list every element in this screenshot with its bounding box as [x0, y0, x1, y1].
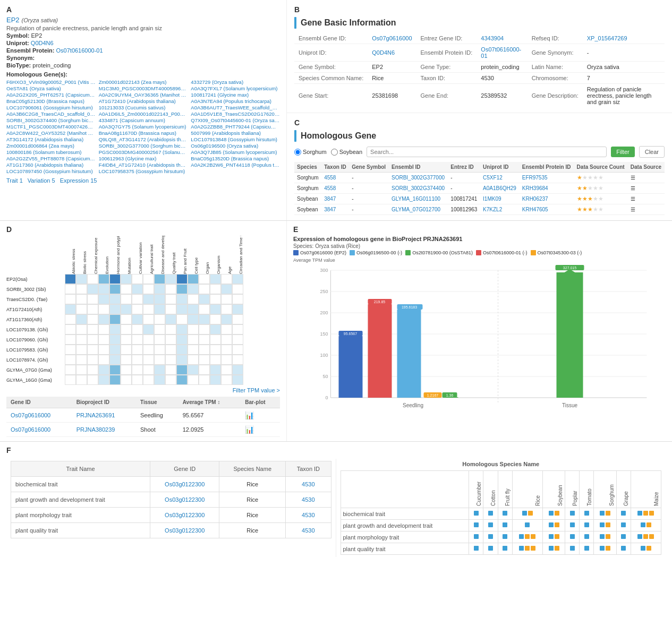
homolog-item-38[interactable]: BnaC05g13520D (Brassica napus): [191, 156, 280, 161]
matrix-cell: [483, 520, 498, 531]
homolog-item-42[interactable]: LOC107897450 (Gossypium hirsutum): [6, 168, 96, 174]
tag-variation[interactable]: Variation 5: [28, 177, 55, 184]
homolog-item-11[interactable]: A0A3N7EA94 (Populus trichocarpa): [191, 98, 280, 104]
homolog-item-15[interactable]: A0A3B6C2G8_TraesCAD_scaffold_038816_0100…: [6, 111, 96, 117]
homolog-item-31[interactable]: SORBI_3002G377000 (Sorghum bicolor): [99, 143, 188, 149]
taxon-link[interactable]: 3847: [324, 207, 336, 212]
homolog-item-0[interactable]: F6HXO3_VVin09g00052_P001 (Vitis vinifera…: [6, 79, 96, 85]
bioproject-link[interactable]: PRJNA380239: [76, 426, 115, 433]
homolog-item-8[interactable]: 100817241 (Glycine max): [191, 92, 280, 98]
homolog-item-36[interactable]: A0A2G2ZV55_PHT88078 (Capsicum annuum): [6, 156, 96, 161]
gene-organism: (Oryza sativa): [22, 17, 58, 23]
homolog-item-30[interactable]: Zm00001d006864 (Zea mays): [6, 143, 96, 149]
homolog-item-26[interactable]: 5007999 (Arabidopsis thaliana): [191, 130, 280, 136]
homolog-item-24[interactable]: A0A2C8W422_OAY53252 (Manihot esculenta): [6, 130, 96, 136]
taxon-link[interactable]: 4558: [324, 175, 336, 181]
trait-gene-link[interactable]: Os03g0122300: [165, 527, 205, 534]
trait-taxon-link[interactable]: 4530: [302, 512, 314, 518]
exp-gene-link[interactable]: Os07g0616000: [11, 426, 50, 433]
homolog-item-1[interactable]: Zm00001d022143 (Zea mays): [99, 79, 188, 85]
homolog-item-39[interactable]: AT1G17360 (Arabidopsis thaliana): [6, 162, 96, 168]
heatmap-cell: [165, 274, 176, 284]
bioproject-link[interactable]: PRJNA263691: [76, 412, 115, 418]
species-col-grape: Grape: [616, 471, 631, 508]
uniprot-link[interactable]: Q0D4N6: [31, 40, 54, 46]
homolog-item-13[interactable]: 101213033 (Cucumis sativus): [99, 105, 188, 110]
ensembl-protein-link-row[interactable]: KRH06237: [522, 196, 548, 202]
exp-barplot[interactable]: 📊: [241, 423, 280, 437]
trait-gene-link[interactable]: Os03g0122300: [165, 496, 205, 503]
homolog-item-14[interactable]: A0A3B6AUT7_TraesWEE_scaffold_108679_0100…: [191, 105, 280, 110]
ensembl-gene-id-link[interactable]: Os07g0616000: [372, 35, 412, 41]
ensembl-protein-link-row[interactable]: EFR97535: [522, 175, 548, 181]
homolog-item-27[interactable]: AT3G14172 (Arabidopsis thaliana): [6, 136, 96, 142]
filter-button[interactable]: Filter: [611, 147, 634, 157]
ensembl-protein-link-row[interactable]: KRH39684: [522, 185, 548, 191]
homolog-item-17[interactable]: A0A1D5V1E8_TraesCS2D02G176200 (Triticum …: [191, 111, 280, 117]
uniprot-id-link[interactable]: Q0D4N6: [372, 49, 395, 56]
trait-taxon-link[interactable]: 4530: [302, 481, 314, 487]
ensembl-protein-link[interactable]: Os07t0616000-01: [56, 47, 103, 54]
ensembl-protein-id-link[interactable]: Os07t0616000-01: [481, 46, 521, 59]
trait-gene-link[interactable]: Os03g0122300: [165, 512, 205, 518]
uniprot-link-row[interactable]: A0A1B6QH29: [483, 185, 516, 191]
ensembl-protein-link-row[interactable]: KRH47605: [522, 207, 548, 212]
exp-gene-link[interactable]: Os07g0616000: [11, 412, 50, 418]
homolog-item-6[interactable]: A0A2G2X205_PHT62571 (Capsicum annuum): [6, 92, 96, 98]
homolog-item-2[interactable]: 4332729 (Oryza sativa): [191, 79, 280, 85]
refseq-id-link[interactable]: XP_015647269: [587, 35, 627, 41]
homolog-item-37[interactable]: 100612963 (Glycine max): [99, 156, 188, 161]
cell-taxon: 3847: [321, 194, 349, 204]
uniprot-link-row[interactable]: I1MK09: [483, 196, 501, 202]
homolog-item-41[interactable]: A0A2K2B2W6_PNT44118 (Populus trichocarpa…: [191, 162, 280, 168]
uniprot-link-row[interactable]: K7KZL2: [483, 207, 502, 212]
homolog-item-21[interactable]: M1CTF1_PGSC0003DMT400074261 (Solanum tub…: [6, 124, 96, 130]
homolog-item-19[interactable]: 4334871 (Capsicum annuum): [99, 117, 188, 123]
taxon-link[interactable]: 4558: [324, 185, 336, 191]
tag-expression[interactable]: Expression 15: [60, 177, 97, 184]
heatmap-cell: [188, 324, 199, 335]
trait-gene-link[interactable]: Os03g0122300: [165, 481, 205, 487]
entrez-gene-id-link[interactable]: 4343904: [481, 35, 504, 41]
taxon-link[interactable]: 3847: [324, 196, 336, 202]
homolog-item-28[interactable]: Q9LQI8_AT3G14172 (Arabidopsis thaliana): [99, 136, 188, 142]
filter-sorghum[interactable]: Sorghum: [294, 149, 327, 156]
ensembl-link[interactable]: SORBI_3002G377000: [392, 175, 445, 181]
exp-barplot[interactable]: 📊: [241, 408, 280, 423]
homolog-item-40[interactable]: F4IDB4_AT1G72410 (Arabidopsis thaliana): [99, 162, 188, 168]
ensembl-link[interactable]: GLYMA_16G011100: [392, 196, 440, 202]
tag-trait[interactable]: Trait 1: [6, 177, 23, 184]
homolog-search-input[interactable]: [367, 147, 607, 157]
homolog-item-33[interactable]: 100800186 (Solanum tuberosum): [6, 149, 96, 155]
trait-taxon-link[interactable]: 4530: [302, 496, 314, 503]
filter-tpm-link[interactable]: Filter TPM value >: [6, 387, 280, 393]
homolog-item-18[interactable]: SORBI_3002G374400 (Sorghum bicolor): [6, 117, 96, 123]
homolog-item-7[interactable]: A0A2C9UYM4_OAY36365 (Manihot esculenta): [99, 92, 188, 98]
homolog-item-23[interactable]: A0A2G2ZBB8_PHT79244 (Capsicum annuum): [191, 124, 280, 130]
trait-taxon-link[interactable]: 4530: [302, 527, 314, 534]
homolog-item-4[interactable]: M1C3M0_PGSC0003DMT400058969 (Solanum tub…: [99, 85, 188, 91]
homolog-item-43[interactable]: LOC107958375 (Gossypium hirsutum): [99, 168, 188, 174]
homolog-item-35[interactable]: A0A3Q7JB85 (Solanum lycopersicum): [191, 149, 280, 155]
homolog-item-20[interactable]: Q7XI09_Os07t0445600-01 (Oryza sativa): [191, 117, 280, 123]
clear-button[interactable]: Clear: [639, 146, 665, 158]
homolog-item-9[interactable]: BnaC05g52130D (Brassica napus): [6, 98, 96, 104]
uniprot-link-row[interactable]: C5XF12: [483, 175, 503, 181]
homolog-item-25[interactable]: BnaA08g11670D (Brassica napus): [99, 130, 188, 136]
homolog-item-3[interactable]: OeSTA81 (Oryza sativa): [6, 85, 96, 91]
gene-info-table: Ensembl Gene ID: Os07g0616000 Entrez Gen…: [294, 33, 665, 107]
homolog-item-29[interactable]: LOC107913848 (Gossypium hirsutum): [191, 136, 280, 142]
homolog-item-12[interactable]: LOC107906061 (Gossypium hirsutum): [6, 105, 96, 110]
heatmap-cell: [176, 345, 188, 355]
homolog-item-16[interactable]: A0A1D6IL5_Zm00001d022143_P006 (Zea mays): [99, 111, 188, 117]
homolog-item-5[interactable]: A0A3Q7FXL7 (Solanum lycopersicum): [191, 85, 280, 91]
homolog-item-22[interactable]: A0A3Q7GY75 (Solanum lycopersicum): [99, 124, 188, 130]
homolog-item-10[interactable]: AT1G72410 (Arabidopsis thaliana): [99, 98, 188, 104]
ensembl-link[interactable]: SORBI_3002G374400: [392, 185, 445, 191]
homolog-item-34[interactable]: PGSC0003DMG400002567 (Solanum tuberosum): [99, 149, 188, 155]
filter-soybean[interactable]: Soybean: [331, 149, 362, 156]
heatmap-cell: [199, 284, 210, 294]
ensembl-link[interactable]: GLYMA_07G012700: [392, 207, 440, 212]
homolog-item-32[interactable]: Os06g0196500 (Oryza sativa): [191, 143, 280, 149]
gene-title-link[interactable]: EP2: [6, 16, 20, 24]
